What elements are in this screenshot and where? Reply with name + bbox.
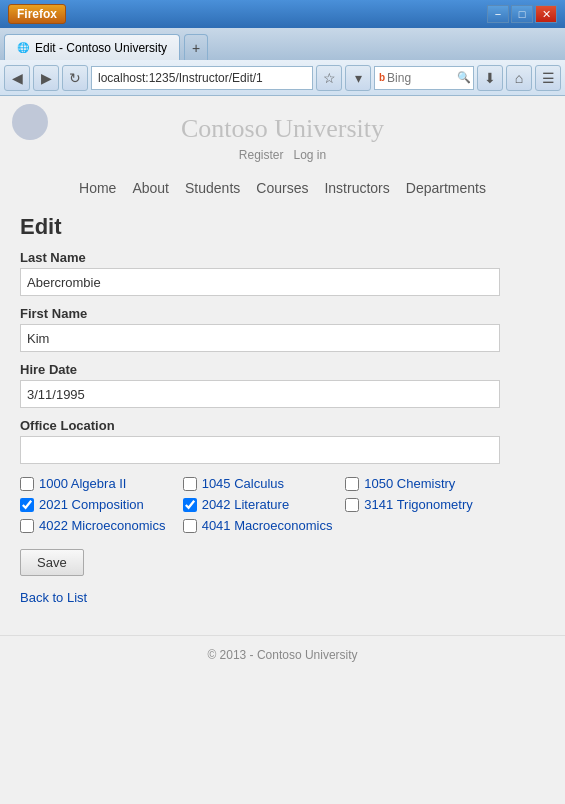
course-checkbox-1050[interactable] [345, 477, 359, 491]
course-label-2042: 2042 Literature [202, 497, 289, 512]
hire-date-label: Hire Date [20, 362, 545, 377]
course-checkbox-3141[interactable] [345, 498, 359, 512]
minimize-button[interactable]: − [487, 5, 509, 23]
search-box[interactable]: b 🔍 [374, 66, 474, 90]
auth-links: Register Log in [0, 148, 565, 162]
tab-bar: 🌐 Edit - Contoso University + [0, 28, 565, 60]
page-heading: Edit [20, 214, 545, 240]
tab-title: Edit - Contoso University [35, 41, 167, 55]
site-header-inner: Contoso University Register Log in [0, 96, 565, 174]
login-link[interactable]: Log in [294, 148, 327, 162]
course-item: 1050 Chemistry [345, 476, 500, 491]
active-tab[interactable]: 🌐 Edit - Contoso University [4, 34, 180, 60]
download-button[interactable]: ⬇ [477, 65, 503, 91]
courses-grid: 1000 Algebra II1045 Calculus1050 Chemist… [20, 476, 500, 533]
course-label-4022: 4022 Microeconomics [39, 518, 165, 533]
course-item: 1000 Algebra II [20, 476, 175, 491]
office-group: Office Location [20, 418, 545, 464]
course-label-1000: 1000 Algebra II [39, 476, 126, 491]
site-header: Contoso University Register Log in [0, 96, 565, 174]
last-name-label: Last Name [20, 250, 545, 265]
course-label-1050: 1050 Chemistry [364, 476, 455, 491]
office-input[interactable] [20, 436, 500, 464]
course-checkbox-2042[interactable] [183, 498, 197, 512]
logo-circle [12, 104, 48, 140]
course-item: 2042 Literature [183, 497, 338, 512]
hire-date-input[interactable] [20, 380, 500, 408]
back-to-list-link[interactable]: Back to List [20, 590, 545, 605]
course-item: 2021 Composition [20, 497, 175, 512]
forward-nav-button[interactable]: ▶ [33, 65, 59, 91]
course-checkbox-4022[interactable] [20, 519, 34, 533]
firefox-button[interactable]: Firefox [8, 4, 66, 24]
home-button[interactable]: ⌂ [506, 65, 532, 91]
window-controls: − □ ✕ [487, 5, 557, 23]
course-item: 1045 Calculus [183, 476, 338, 491]
course-label-1045: 1045 Calculus [202, 476, 284, 491]
last-name-group: Last Name [20, 250, 545, 296]
nav-menu: Home About Students Courses Instructors … [0, 174, 565, 204]
restore-button[interactable]: □ [511, 5, 533, 23]
tab-favicon: 🌐 [17, 42, 29, 53]
course-checkbox-1045[interactable] [183, 477, 197, 491]
nav-courses[interactable]: Courses [256, 180, 308, 196]
course-item: 4041 Macroeconomics [183, 518, 338, 533]
first-name-group: First Name [20, 306, 545, 352]
last-name-input[interactable] [20, 268, 500, 296]
office-label: Office Location [20, 418, 545, 433]
register-link[interactable]: Register [239, 148, 284, 162]
course-label-4041: 4041 Macroeconomics [202, 518, 333, 533]
site-title: Contoso University [0, 114, 565, 144]
search-input[interactable] [387, 71, 457, 85]
nav-about[interactable]: About [132, 180, 169, 196]
footer-copyright: © 2013 - Contoso University [207, 648, 357, 662]
bookmark-star-button[interactable]: ☆ [316, 65, 342, 91]
bing-icon: b [379, 72, 385, 83]
address-bar[interactable]: localhost:1235/Instructor/Edit/1 [91, 66, 313, 90]
first-name-input[interactable] [20, 324, 500, 352]
course-label-2021: 2021 Composition [39, 497, 144, 512]
content-area: Edit Last Name First Name Hire Date Offi… [0, 204, 565, 625]
search-icon[interactable]: 🔍 [457, 71, 471, 84]
hire-date-group: Hire Date [20, 362, 545, 408]
back-nav-button[interactable]: ◀ [4, 65, 30, 91]
course-checkbox-2021[interactable] [20, 498, 34, 512]
menu-button[interactable]: ☰ [535, 65, 561, 91]
nav-instructors[interactable]: Instructors [324, 180, 389, 196]
course-label-3141: 3141 Trigonometry [364, 497, 472, 512]
close-button[interactable]: ✕ [535, 5, 557, 23]
reload-button[interactable]: ↻ [62, 65, 88, 91]
course-checkbox-1000[interactable] [20, 477, 34, 491]
page-footer: © 2013 - Contoso University [0, 635, 565, 674]
course-checkbox-4041[interactable] [183, 519, 197, 533]
title-bar: Firefox − □ ✕ [0, 0, 565, 28]
new-tab-button[interactable]: + [184, 34, 208, 60]
address-text: localhost:1235/Instructor/Edit/1 [98, 71, 263, 85]
first-name-label: First Name [20, 306, 545, 321]
bookmark-down-button[interactable]: ▾ [345, 65, 371, 91]
course-item: 4022 Microeconomics [20, 518, 175, 533]
save-button[interactable]: Save [20, 549, 84, 576]
course-item: 3141 Trigonometry [345, 497, 500, 512]
nav-departments[interactable]: Departments [406, 180, 486, 196]
nav-students[interactable]: Students [185, 180, 240, 196]
nav-home[interactable]: Home [79, 180, 116, 196]
nav-bar: ◀ ▶ ↻ localhost:1235/Instructor/Edit/1 ☆… [0, 60, 565, 96]
browser-frame: Firefox − □ ✕ 🌐 Edit - Contoso Universit… [0, 0, 565, 804]
page-content: Contoso University Register Log in Home … [0, 96, 565, 804]
